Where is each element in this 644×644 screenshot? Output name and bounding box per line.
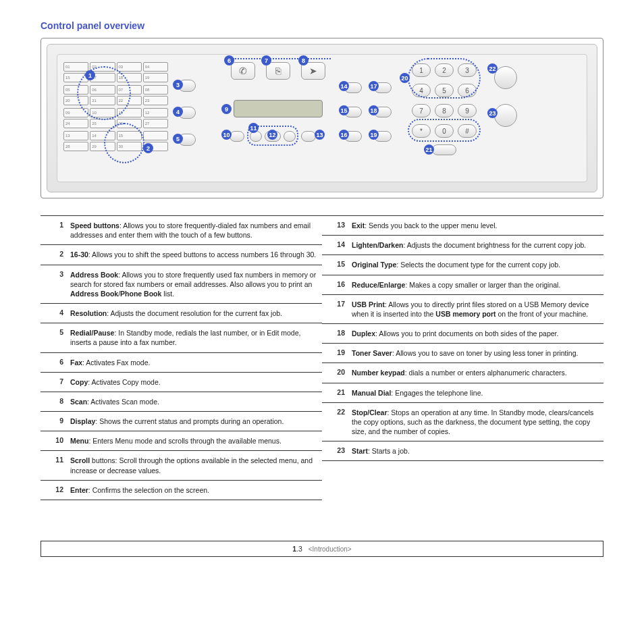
definition-body: 16-30: Allows you to shift the speed but…	[70, 250, 318, 259]
keypad-8: 8	[435, 104, 454, 117]
page-footer: 1.3 <Introduction>	[41, 541, 603, 557]
fax-button: ✆	[231, 62, 255, 80]
speed-cell: 12	[143, 108, 168, 117]
callout-3: 3	[173, 80, 183, 90]
speed-cell: 03	[117, 62, 142, 72]
speed-cell: 23	[143, 96, 168, 105]
callout-22: 22	[487, 63, 498, 74]
definition-body: Enter: Confirms the selection on the scr…	[70, 485, 318, 495]
definition-row: 17USB Print: Allows you to directly prin…	[322, 294, 603, 323]
definition-number: 14	[326, 240, 345, 248]
definition-row: 19Toner Saver: Allows you to save on ton…	[322, 343, 603, 363]
callout-16: 16	[339, 130, 349, 140]
definition-body: Speed buttons: Allows you to store frequ…	[70, 221, 318, 240]
definition-body: Number keypad: dials a number or enters …	[352, 368, 599, 377]
callout-10: 10	[221, 130, 232, 140]
definition-number: 3	[45, 270, 63, 278]
stop-clear-button	[494, 66, 517, 89]
definition-number: 4	[45, 308, 63, 317]
callout-20: 20	[400, 73, 410, 83]
definitions-table: 1Speed buttons: Allows you to store freq…	[41, 215, 603, 500]
definition-row: 14Lighten/Darken: Adjusts the document b…	[322, 235, 603, 254]
definition-row: 22Stop/Clear: Stops an operation at any …	[322, 402, 603, 441]
definition-row: 8Scan: Activates Scan mode.	[41, 392, 322, 411]
definition-body: Redial/Pause: In Standby mode, redials t…	[70, 328, 318, 347]
callout-7: 7	[261, 55, 271, 65]
definition-body: Toner Saver: Allows you to save on toner…	[352, 348, 599, 358]
callout-15: 15	[339, 105, 349, 115]
callout-13: 13	[315, 130, 325, 140]
speed-cell: 13	[63, 131, 88, 140]
definition-row: 10Menu: Enters Menu mode and scrolls thr…	[41, 431, 322, 450]
definition-row: 3Address Book: Allows you to store frequ…	[41, 265, 322, 304]
definition-number: 22	[326, 408, 345, 416]
definition-row: 16Reduce/Enlarge: Makes a copy smaller o…	[322, 275, 603, 294]
definition-row: 7Copy: Activates Copy mode.	[41, 372, 322, 392]
lcd-display	[234, 100, 323, 117]
speed-cell: 27	[143, 119, 168, 128]
callout-5: 5	[173, 134, 183, 144]
definition-body: Address Book: Allows you to store freque…	[70, 270, 318, 299]
callout-23: 23	[487, 108, 498, 118]
definition-body: Duplex: Allows you to print documents on…	[352, 329, 599, 338]
definition-number: 5	[45, 328, 63, 336]
callout-4: 4	[173, 107, 183, 117]
definition-body: Exit: Sends you back to the upper menu l…	[352, 221, 599, 230]
definition-number: 13	[326, 221, 345, 229]
manual-dial-button	[432, 144, 456, 155]
panel-frame: 01 02 03 04 15 17 18 19 05 06 07 08 20 2…	[41, 38, 603, 198]
definition-row: 23Start: Starts a job.	[322, 441, 603, 461]
definition-row: 9Display: Shows the current status and p…	[41, 411, 322, 431]
speed-cell: 04	[143, 62, 168, 72]
callout-9: 9	[221, 104, 232, 114]
speed-cell: 08	[143, 85, 168, 95]
definition-row: 11Scroll buttons: Scroll through the opt…	[41, 450, 322, 479]
callout-19: 19	[369, 130, 379, 140]
definition-row: 4Resolution: Adjusts the document resolu…	[41, 303, 322, 323]
definition-row: 20Number keypad: dials a number or enter…	[322, 363, 603, 382]
definition-row: 6Fax: Activates Fax mode.	[41, 352, 322, 372]
footer-chapter: 1	[292, 545, 296, 553]
start-button	[494, 104, 517, 127]
definition-number: 11	[45, 456, 63, 464]
definition-row: 18Duplex: Allows you to print documents …	[322, 323, 603, 343]
speed-cell: 28	[63, 142, 88, 151]
definition-body: Menu: Enters Menu mode and scrolls throu…	[70, 436, 318, 446]
speed-cell: 24	[63, 119, 88, 128]
callout-2: 2	[143, 143, 153, 153]
definition-body: Lighten/Darken: Adjusts the document bri…	[352, 240, 599, 250]
definition-row: 15Original Type: Selects the document ty…	[322, 254, 603, 274]
callout-21: 21	[424, 144, 434, 155]
definition-body: Scan: Activates Scan mode.	[70, 397, 318, 406]
definition-number: 6	[45, 358, 63, 366]
definition-row: 12Enter: Confirms the selection on the s…	[41, 480, 322, 500]
footer-section: <Introduction>	[308, 545, 352, 553]
definition-number: 17	[326, 300, 345, 308]
definition-body: USB Print: Allows you to directly print …	[352, 300, 599, 319]
callout-8: 8	[298, 55, 308, 65]
keypad-9: 9	[458, 104, 477, 117]
definition-body: Reduce/Enlarge: Makes a copy smaller or …	[352, 280, 599, 290]
definition-number: 19	[326, 348, 345, 356]
control-panel-diagram: 01 02 03 04 15 17 18 19 05 06 07 08 20 2…	[47, 44, 597, 192]
callout-11: 11	[248, 123, 259, 133]
definition-number: 10	[45, 436, 63, 444]
definition-body: Original Type: Selects the document type…	[352, 260, 599, 269]
definition-body: Stop/Clear: Stops an operation at any ti…	[352, 408, 599, 437]
definition-number: 9	[45, 417, 63, 425]
definition-number: 1	[45, 221, 63, 229]
callout-17: 17	[369, 81, 379, 91]
definition-number: 2	[45, 250, 63, 258]
definition-row: 216-30: Allows you to shift the speed bu…	[41, 244, 322, 264]
definition-number: 20	[326, 368, 345, 376]
menu-button	[230, 131, 244, 142]
definition-number: 16	[326, 280, 345, 288]
definition-body: Start: Starts a job.	[352, 446, 599, 456]
definition-number: 12	[45, 485, 63, 493]
footer-page: 3	[298, 545, 302, 553]
definition-body: Resolution: Adjusts the document resolut…	[70, 308, 318, 318]
callout-12: 12	[267, 130, 277, 140]
callout-1: 1	[85, 70, 95, 80]
speed-cell: 01	[63, 62, 88, 72]
definition-row: 21Manual Dial: Engages the telephone lin…	[322, 383, 603, 402]
